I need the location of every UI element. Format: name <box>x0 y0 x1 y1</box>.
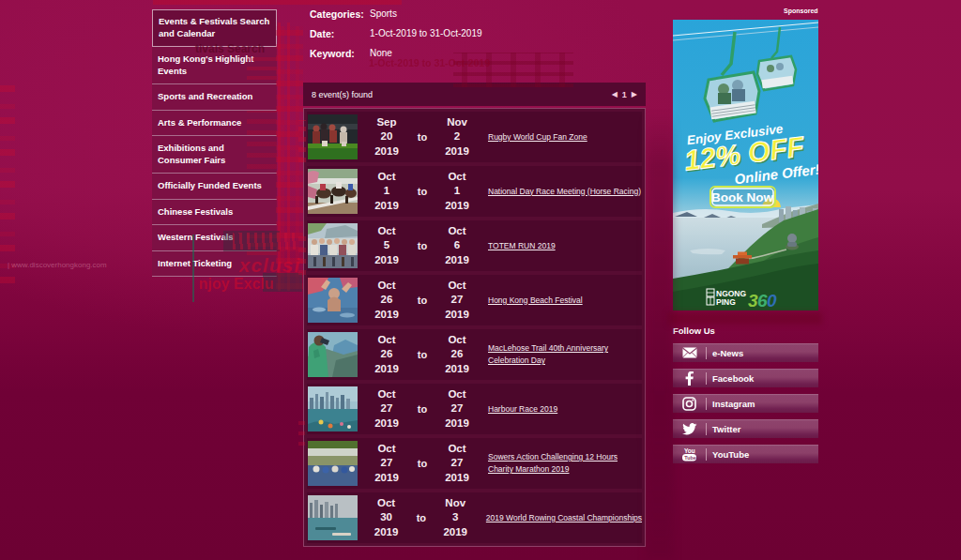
svg-text:Book Now: Book Now <box>711 190 773 204</box>
svg-text:You: You <box>684 447 695 454</box>
svg-text:PING: PING <box>716 297 736 307</box>
svg-text:0: 0 <box>767 291 777 310</box>
svg-text:Tube: Tube <box>684 455 696 461</box>
